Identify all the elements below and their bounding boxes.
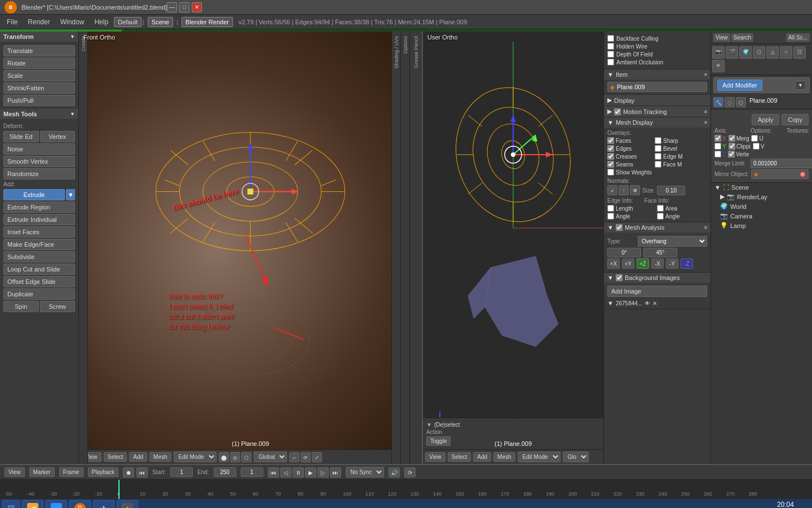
- length-chk[interactable]: [607, 205, 614, 212]
- offset-edge-btn[interactable]: Offset Edge Slide: [3, 276, 75, 287]
- motion-tracking-header[interactable]: ▶ Motion Tracking ≡: [604, 106, 710, 117]
- translate-btn[interactable]: Translate: [3, 45, 75, 56]
- menu-render[interactable]: Render: [23, 17, 54, 27]
- axis-ny[interactable]: -Y: [666, 259, 678, 269]
- ma-check[interactable]: [616, 224, 623, 231]
- start-button[interactable]: ⊞: [2, 500, 20, 509]
- show-weights-check[interactable]: [607, 169, 614, 176]
- timeline-view-btn[interactable]: View: [5, 467, 25, 477]
- angle-chk1[interactable]: [607, 213, 614, 220]
- all-scene-btn[interactable]: All Sc...: [786, 33, 810, 42]
- extrude-btn[interactable]: Extrude: [3, 189, 65, 200]
- creases-check[interactable]: [607, 153, 614, 160]
- screw-btn[interactable]: Screw: [40, 301, 76, 312]
- depth-field-check[interactable]: [607, 51, 614, 58]
- props-icon-mat[interactable]: ○: [780, 46, 792, 59]
- area-chk[interactable]: [657, 205, 664, 212]
- outliner-renderlay[interactable]: ▶ 📷 RenderLay: [711, 192, 812, 202]
- mesh-display-header[interactable]: ▼ Mesh Display ≡: [604, 117, 710, 128]
- normal-icon-2[interactable]: ↑: [619, 185, 629, 195]
- vp-transform-2[interactable]: ⟳: [301, 452, 311, 462]
- rotate-btn[interactable]: Rotate: [3, 58, 75, 69]
- subdivide-btn[interactable]: Subdivide: [3, 251, 75, 262]
- pb-btn[interactable]: ⏮: [136, 467, 148, 478]
- expand-arrow[interactable]: ▼: [607, 300, 614, 306]
- smooth-vertex-btn[interactable]: Smooth Vertex: [3, 156, 75, 167]
- angle-chk2[interactable]: [657, 213, 664, 220]
- extrude-dropdown[interactable]: ▼: [66, 189, 75, 200]
- duplicate-btn[interactable]: Duplicate: [3, 288, 75, 300]
- blender-btn[interactable]: B: [69, 500, 91, 509]
- timeline-playback-btn[interactable]: Playback: [88, 467, 119, 477]
- mesh-tools-header[interactable]: Mesh Tools ▼: [0, 109, 78, 120]
- randomize-btn[interactable]: Randomize: [3, 168, 75, 179]
- hidden-wire-check[interactable]: [607, 43, 614, 50]
- sync-btn[interactable]: ⟳: [404, 467, 416, 478]
- mod-icon-3[interactable]: ⬡: [736, 97, 746, 107]
- mirror-picker[interactable]: 🎯: [800, 172, 806, 177]
- bg-check[interactable]: [616, 274, 623, 281]
- axis-nx[interactable]: -X: [651, 259, 664, 269]
- normal-icon-1[interactable]: ↙: [607, 185, 617, 195]
- range-max-input[interactable]: [643, 248, 677, 257]
- transform-header[interactable]: Transform ▼: [0, 32, 78, 42]
- engine-selector[interactable]: Blender Render: [182, 17, 233, 27]
- type-select[interactable]: Overhang: [638, 236, 707, 247]
- md-menu[interactable]: ≡: [704, 120, 707, 125]
- props-icon-render[interactable]: 📷: [712, 46, 725, 59]
- ambient-occ-check[interactable]: [607, 59, 614, 65]
- shrink-btn[interactable]: Shrink/Fatten: [3, 82, 75, 94]
- menu-help[interactable]: Help: [90, 17, 113, 27]
- extrude-individual-btn[interactable]: Extrude Individual: [3, 214, 75, 225]
- v-check[interactable]: [753, 143, 760, 150]
- edges-check[interactable]: [607, 145, 614, 152]
- merge-check[interactable]: [729, 135, 735, 142]
- props-icon-obj[interactable]: ⬡: [753, 46, 765, 59]
- mod-icon-1[interactable]: 🔧: [713, 97, 723, 107]
- vp2-mesh-btn[interactable]: Mesh: [493, 452, 515, 462]
- prev-keyframe[interactable]: ◁: [280, 467, 292, 478]
- inset-faces-btn[interactable]: Inset Faces: [3, 226, 75, 238]
- mod-icon-2[interactable]: ◌: [725, 97, 735, 107]
- apply-btn[interactable]: Apply: [752, 114, 780, 125]
- add-image-btn[interactable]: Add Image: [607, 286, 707, 297]
- verte-check[interactable]: [728, 151, 735, 157]
- menu-window[interactable]: Window: [56, 17, 89, 27]
- menu-file[interactable]: File: [2, 17, 22, 27]
- axis-py[interactable]: +Y: [622, 259, 634, 269]
- layout-selector[interactable]: Default: [114, 17, 142, 27]
- vp2-view-btn[interactable]: View: [425, 452, 445, 462]
- minimize-button[interactable]: —: [167, 2, 177, 12]
- props-icon-mesh[interactable]: △: [766, 46, 779, 59]
- start-input[interactable]: [170, 467, 193, 477]
- vp-icon-3[interactable]: ⬡: [241, 452, 251, 462]
- slide-ed-btn[interactable]: Slide Ed: [3, 131, 39, 142]
- vp2-add-btn[interactable]: Add: [473, 452, 491, 462]
- timeline-frame-btn[interactable]: Frame: [59, 467, 83, 477]
- axis-px[interactable]: +X: [607, 259, 620, 269]
- outliner-scene[interactable]: ▼ ⛶ Scene: [711, 183, 812, 192]
- sync-select[interactable]: No Sync: [346, 467, 384, 478]
- item-header[interactable]: ▼ Item ≡: [604, 69, 710, 80]
- vp2-global-select[interactable]: Glo: [563, 452, 589, 462]
- props-icon-world[interactable]: 🌍: [739, 46, 752, 59]
- audio-btn[interactable]: 🔊: [389, 467, 400, 478]
- viewport-left[interactable]: Create: [79, 32, 423, 464]
- axis-nz[interactable]: -Z: [681, 259, 693, 269]
- file-manager-btn[interactable]: 📁: [22, 500, 43, 509]
- frame-input[interactable]: [241, 467, 263, 477]
- browser-btn[interactable]: 🌐: [46, 500, 67, 509]
- u-check[interactable]: [751, 135, 758, 142]
- props-icon-tex[interactable]: ☷: [793, 46, 806, 59]
- loop-cut-btn[interactable]: Loop Cut and Slide: [3, 264, 75, 275]
- play-btn[interactable]: ▶: [305, 467, 316, 478]
- app4-btn[interactable]: ✈: [93, 500, 114, 509]
- vp2-select-btn[interactable]: Select: [448, 452, 471, 462]
- noise-btn[interactable]: Noise: [3, 143, 75, 155]
- range-min-input[interactable]: [607, 248, 641, 257]
- ma-menu[interactable]: ≡: [704, 225, 707, 230]
- eye-icon[interactable]: 👁: [645, 300, 650, 306]
- edge-m-check[interactable]: [655, 153, 661, 160]
- backface-check[interactable]: [607, 35, 614, 42]
- view-btn[interactable]: View: [713, 33, 730, 42]
